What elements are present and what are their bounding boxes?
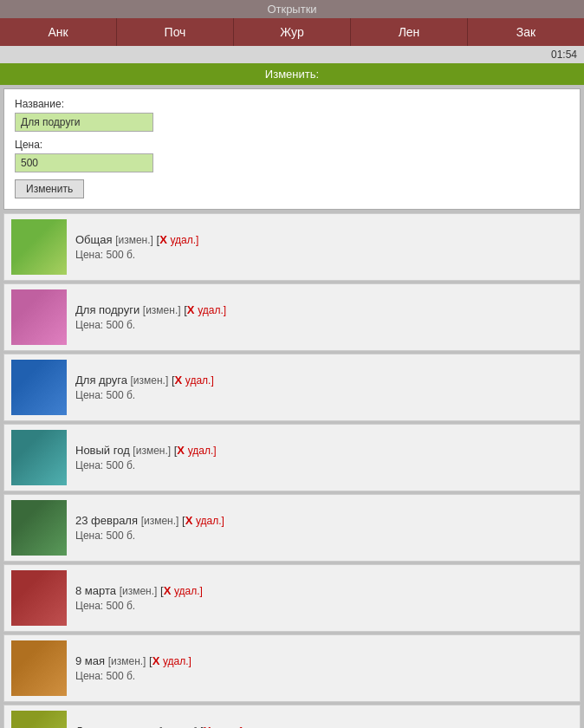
delete-x-icon: X (185, 514, 193, 527)
item-title: 9 мая [измен.] [X удал.] (75, 654, 573, 667)
item-price: Цена: 500 б. (75, 389, 573, 401)
edit-link[interactable]: [измен.] (108, 655, 146, 667)
item-price: Цена: 500 б. (75, 670, 573, 682)
clock: 01:54 (551, 49, 577, 61)
list-item: Для друга [измен.] [X удал.] Цена: 500 б… (3, 354, 581, 421)
item-price: Цена: 500 б. (75, 249, 573, 261)
delete-x-icon: X (175, 374, 183, 387)
item-thumbnail (11, 570, 67, 626)
tab-ank[interactable]: Анк (0, 18, 117, 46)
item-name: Общая (75, 233, 113, 246)
delete-x-icon: X (159, 233, 167, 246)
price-value: 500 б. (107, 600, 136, 612)
page-title: Открытки (267, 3, 316, 16)
list-item: 23 февраля [измен.] [X удал.] Цена: 500 … (3, 494, 581, 562)
edit-link[interactable]: [измен.] (120, 585, 158, 597)
item-name: 23 февраля (75, 514, 138, 527)
item-name: 8 марта (75, 584, 116, 597)
item-title: Новый год [измен.] [X удал.] (75, 444, 573, 457)
list-item: Общая [измен.] [X удал.] Цена: 500 б. (3, 213, 581, 281)
item-title: Общая [измен.] [X удал.] (75, 233, 573, 246)
edit-form: Название: Цена: Изменить (3, 88, 581, 210)
nav-tabs: Анк Поч Жур Лен Зак (0, 18, 584, 46)
item-title: Для подруги [измен.] [X удал.] (75, 303, 573, 316)
name-label: Название: (15, 98, 569, 110)
item-info: Для подруги [измен.] [X удал.] Цена: 500… (75, 303, 573, 331)
price-value: 500 б. (107, 530, 136, 542)
tab-zak[interactable]: Зак (468, 18, 584, 46)
item-thumbnail (11, 360, 67, 415)
item-title: 8 марта [измен.] [X удал.] (75, 584, 573, 597)
item-title: День рождение [измен.] [X удал.] (75, 725, 573, 728)
delete-x-icon: X (204, 725, 211, 728)
submit-button[interactable]: Изменить (15, 179, 84, 198)
price-value: 500 б. (107, 319, 136, 331)
item-thumbnail (11, 219, 67, 275)
item-info: 9 мая [измен.] [X удал.] Цена: 500 б. (75, 654, 573, 682)
time-bar: 01:54 (0, 46, 584, 63)
item-title: Для друга [измен.] [X удал.] (75, 374, 573, 387)
item-name: Для друга (75, 374, 127, 387)
delete-x-icon: X (187, 303, 195, 316)
price-value: 500 б. (107, 389, 136, 401)
edit-link[interactable]: [измен.] (133, 445, 171, 457)
price-value: 500 б. (107, 249, 136, 261)
item-price: Цена: 500 б. (75, 530, 573, 542)
edit-link[interactable]: [измен.] (115, 234, 153, 246)
section-header: Изменить: (0, 63, 584, 85)
delete-link[interactable]: удал.] (185, 374, 214, 387)
delete-link[interactable]: удал.] (174, 585, 203, 597)
item-thumbnail (11, 500, 67, 556)
item-thumbnail (11, 430, 67, 485)
delete-link[interactable]: удал.] (198, 304, 226, 316)
tab-len[interactable]: Лен (351, 18, 468, 46)
item-name: День рождение (75, 725, 156, 728)
delete-link[interactable]: удал.] (163, 655, 191, 667)
item-thumbnail (11, 289, 67, 345)
edit-link[interactable]: [измен.] (141, 515, 179, 527)
delete-link[interactable]: удал.] (170, 234, 198, 246)
item-title: 23 февраля [измен.] [X удал.] (75, 514, 573, 527)
item-price: Цена: 500 б. (75, 600, 573, 612)
delete-x-icon: X (152, 654, 160, 667)
item-thumbnail (11, 640, 67, 696)
list-item: Новый год [измен.] [X удал.] Цена: 500 б… (3, 424, 581, 491)
item-info: Новый год [измен.] [X удал.] Цена: 500 б… (75, 444, 573, 471)
delete-x-icon: X (177, 444, 185, 457)
price-label: Цена: (15, 139, 569, 151)
top-bar: Открытки (0, 0, 584, 18)
price-input[interactable] (15, 153, 153, 172)
item-name: 9 мая (75, 654, 105, 667)
item-name: Для подруги (75, 303, 140, 316)
list-item: День рождение [измен.] [X удал.] Цена: 5… (3, 705, 581, 728)
item-info: Для друга [измен.] [X удал.] Цена: 500 б… (75, 374, 573, 401)
tab-poch[interactable]: Поч (117, 18, 234, 46)
list-item: Для подруги [измен.] [X удал.] Цена: 500… (3, 283, 581, 351)
delete-x-icon: X (164, 584, 172, 597)
tab-zhur[interactable]: Жур (234, 18, 351, 46)
item-price: Цена: 500 б. (75, 459, 573, 471)
item-price: Цена: 500 б. (75, 319, 573, 331)
item-name: Новый год (75, 444, 130, 457)
item-thumbnail (11, 711, 67, 728)
list-item: 9 мая [измен.] [X удал.] Цена: 500 б. (3, 634, 581, 702)
item-info: 8 марта [измен.] [X удал.] Цена: 500 б. (75, 584, 573, 612)
delete-link[interactable]: удал.] (196, 515, 224, 527)
edit-link[interactable]: [измен.] (131, 374, 169, 387)
price-value: 500 б. (107, 459, 136, 471)
item-info: 23 февраля [измен.] [X удал.] Цена: 500 … (75, 514, 573, 542)
item-info: Общая [измен.] [X удал.] Цена: 500 б. (75, 233, 573, 261)
delete-link[interactable]: удал.] (188, 445, 217, 457)
name-input[interactable] (15, 113, 153, 132)
item-info: День рождение [измен.] [X удал.] Цена: 5… (75, 725, 573, 728)
items-container: Общая [измен.] [X удал.] Цена: 500 б. Дл… (3, 213, 581, 728)
price-value: 500 б. (107, 670, 136, 682)
edit-link[interactable]: [измен.] (143, 304, 181, 316)
list-item: 8 марта [измен.] [X удал.] Цена: 500 б. (3, 564, 581, 632)
